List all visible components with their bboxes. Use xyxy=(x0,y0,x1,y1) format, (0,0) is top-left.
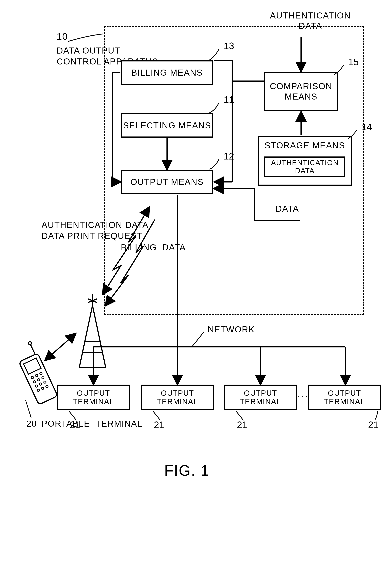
svg-rect-19 xyxy=(24,358,41,374)
billing-ref: 13 xyxy=(224,41,234,52)
apparatus-ref-label: 10 xyxy=(57,31,68,42)
svg-point-22 xyxy=(39,372,42,375)
output-terminal-1-label: OUTPUT TERMINAL xyxy=(58,389,129,406)
svg-point-27 xyxy=(39,383,42,386)
portable-ref-label: 20 xyxy=(27,419,37,429)
svg-rect-18 xyxy=(19,353,58,405)
svg-line-15 xyxy=(88,299,97,303)
output-terminal-2-label: OUTPUT TERMINAL xyxy=(142,389,213,406)
comparison-means-label: COMPARISON MEANS xyxy=(265,81,337,102)
auth-data-inner-box: AUTHENTICATION DATA xyxy=(264,156,345,177)
phone-signal-label: AUTHENTICATION DATA DATA PRINT REQUEST xyxy=(41,220,149,241)
svg-point-20 xyxy=(31,376,34,379)
output-terminal-3: OUTPUT TERMINAL xyxy=(224,385,297,410)
svg-point-21 xyxy=(35,374,38,377)
antenna-icon xyxy=(79,294,106,368)
output-terminal-2: OUTPUT TERMINAL xyxy=(141,385,214,410)
mobile-phone-icon xyxy=(13,341,58,405)
comparison-means-box: COMPARISON MEANS xyxy=(264,72,338,111)
billing-data-label: BILLING DATA xyxy=(121,242,186,252)
portable-name-label: PORTABLE TERMINAL xyxy=(41,419,142,429)
auth-in-label: AUTHENTICATION DATA xyxy=(270,10,351,31)
output-terminal-3-label: OUTPUT TERMINAL xyxy=(225,389,296,406)
svg-point-28 xyxy=(43,381,46,384)
diagram-canvas: 10 DATA OUTPUT CONTROL APPARATUS BILLING… xyxy=(0,0,389,588)
svg-point-23 xyxy=(33,380,36,383)
svg-point-31 xyxy=(45,385,49,388)
terminal-4-ref: 21 xyxy=(368,420,379,430)
comparison-ref: 15 xyxy=(348,56,359,67)
selecting-means-box: SELECTING MEANS xyxy=(121,113,213,138)
svg-point-26 xyxy=(35,385,38,388)
svg-point-24 xyxy=(37,378,40,381)
svg-point-33 xyxy=(28,341,32,345)
output-terminal-1: OUTPUT TERMINAL xyxy=(57,385,130,410)
terminal-2-ref: 21 xyxy=(154,420,164,430)
storage-ref: 14 xyxy=(361,122,372,133)
data-in-label: DATA xyxy=(276,204,299,214)
svg-point-29 xyxy=(37,389,40,392)
svg-line-17 xyxy=(45,334,75,360)
svg-line-32 xyxy=(30,344,35,354)
figure-label: FIG. 1 xyxy=(164,462,209,479)
output-terminal-4: OUTPUT TERMINAL xyxy=(308,385,381,410)
billing-means-label: BILLING MEANS xyxy=(131,67,203,78)
svg-point-30 xyxy=(41,387,44,390)
selecting-means-label: SELECTING MEANS xyxy=(123,120,211,130)
svg-line-16 xyxy=(88,299,97,303)
output-terminal-4-label: OUTPUT TERMINAL xyxy=(309,389,380,406)
output-ref: 12 xyxy=(224,151,234,162)
terminal-3-ref: 21 xyxy=(237,420,247,430)
auth-data-inner-label: AUTHENTICATION DATA xyxy=(265,159,344,175)
output-means-label: OUTPUT MEANS xyxy=(130,177,204,187)
billing-means-box: BILLING MEANS xyxy=(121,60,213,85)
storage-means-label: STORAGE MEANS xyxy=(265,140,345,150)
svg-point-25 xyxy=(41,376,44,379)
network-label: NETWORK xyxy=(208,324,255,335)
selecting-ref: 11 xyxy=(224,94,234,105)
output-means-box: OUTPUT MEANS xyxy=(121,170,213,194)
